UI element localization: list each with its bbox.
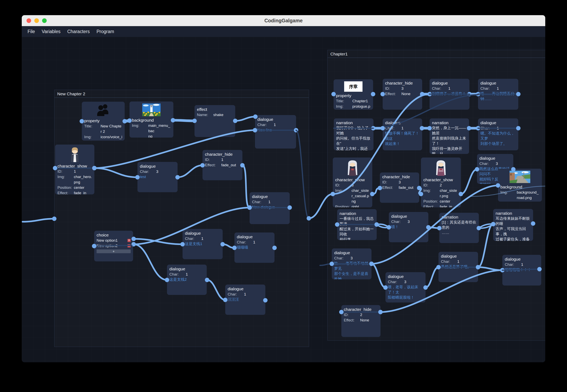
field-value[interactable]: center — [440, 199, 450, 204]
field-value[interactable]: shake — [213, 112, 223, 117]
field-value[interactable]: prologue.png — [352, 104, 371, 110]
field-value[interactable]: 1 — [448, 86, 451, 91]
field-value[interactable]: main_menu_bac ng — [148, 123, 171, 138]
field-value[interactable]: 3 — [407, 219, 410, 224]
node-dialogue[interactable]: dialogueChar:3啧！ — [389, 212, 428, 242]
dialogue-text-link[interactable]: 果然还是算了吧。 — [441, 264, 476, 269]
field-value[interactable]: 2 — [360, 312, 362, 317]
node-dialogue[interactable]: dialogueChar:3test — [137, 162, 177, 192]
field-value[interactable]: 1 — [186, 272, 188, 277]
node-background[interactable]: backgroundImg:background_road.pngTrans:k… — [498, 169, 542, 202]
node-character_hide[interactable]: character_hideID:3Effect:fade_out — [380, 172, 419, 203]
field-value[interactable]: char_sister.png — [440, 188, 458, 199]
field-value[interactable]: background_road.png — [517, 190, 539, 200]
node-property[interactable]: propertyTitle:New Chapter 2Img:icons/voi… — [82, 102, 125, 140]
choice-option-label[interactable]: New option2 — [97, 243, 118, 249]
node-character_hide[interactable]: character_hideID:2Effect:None — [341, 305, 380, 337]
field-value[interactable]: fade_in — [440, 204, 452, 207]
narration-text[interactable]: [1]：其实还是有些在意的 …… — [442, 220, 476, 235]
menu-item-variables[interactable]: Variables — [38, 29, 64, 34]
choice-option-label[interactable]: New option1 — [97, 238, 118, 243]
dialogue-text-link[interactable]: 啧！ — [391, 224, 426, 229]
menu-item-program[interactable]: Program — [93, 29, 117, 34]
dialogue-text-link[interactable]: 这是支线2 — [169, 277, 204, 282]
node-dialogue[interactable]: dialogueChar:1嗯。不知道为什么，又梦 到那个场景了。 — [478, 118, 518, 150]
field-value[interactable]: char_sister_casual.png — [351, 188, 370, 204]
field-value[interactable]: 3 — [404, 279, 407, 284]
node-narration[interactable]: narration[1]：其实还是有些在意的 …… — [439, 213, 479, 243]
field-value[interactable]: 3 — [350, 255, 353, 261]
dialogue-text-link[interactable]: 别瞎猜了，才没有！ — [432, 91, 467, 96]
field-value[interactable]: 1 — [497, 86, 499, 91]
field-value[interactable]: 1 — [221, 157, 223, 162]
field-value[interactable]: center — [74, 185, 84, 190]
field-value[interactable]: 1 — [268, 199, 271, 205]
add-option-button[interactable]: + — [97, 250, 131, 253]
field-value[interactable]: 1 — [457, 259, 459, 264]
field-value[interactable]: Chapter1 — [352, 98, 368, 104]
narration-text[interactable]: 突然，身上一沉——她居 然直接骑到我身上来了！ 我吓得一激灵睁开眼，只 见她抄起… — [432, 126, 467, 154]
group-label[interactable]: Chapter1 — [328, 50, 545, 58]
dialogue-text-link[interactable]: 喂，老哥，该起床了！太 阳都晒屁股啦！ — [388, 284, 423, 300]
field-value[interactable]: 1 — [74, 169, 76, 174]
delete-option-icon[interactable]: ✕ — [128, 244, 131, 247]
node-character_hide[interactable]: character_hideID:3Effect:None — [383, 79, 422, 110]
dialogue-text-link[interactable]: 这是支线1 — [185, 241, 220, 246]
field-value[interactable]: 1 — [274, 122, 276, 127]
node-narration[interactable]: narration一番缠斗过后，我总算清 醒过来，开始和她一同收 拾行李。 — [337, 209, 377, 240]
field-value[interactable]: 1 — [201, 236, 204, 241]
dialogue-text-link[interactable]: 啦啦啦啦！！！ — [505, 267, 539, 272]
field-value[interactable]: 3 — [156, 169, 159, 174]
node-property[interactable]: 序章propertyTitle:Chapter1Img:prologue.png — [334, 79, 373, 110]
field-value[interactable]: 3 — [399, 180, 401, 185]
node-background[interactable]: backgroundImg:main_menu_bac ngTrans:fade — [130, 101, 173, 138]
dialogue-text-link[interactable]: 欸……老哥动不动就梦见 那个女生，是不是喜欢她 啊？ — [334, 261, 369, 279]
node-graph-canvas[interactable]: New Chapter 2Chapter1 propertyTitle:New … — [22, 37, 545, 362]
field-value[interactable]: icons/voice_icon — [101, 134, 122, 140]
node-narration[interactable]: narration我打开OO，输入了对她 的问候。但当手指放在“ 发送”上方时，… — [334, 118, 374, 150]
node-dialogue[interactable]: dialogueChar:1啦啦啦啦！！！ — [502, 255, 541, 285]
node-character_hide[interactable]: character_hideID:1Effect:fade_out — [203, 150, 242, 180]
field-value[interactable]: 2 — [440, 182, 442, 188]
field-value[interactable]: New Chapter 2 — [101, 124, 122, 134]
node-dialogue[interactable]: dialogueChar:1New line — [255, 115, 296, 149]
dialogue-text-link[interactable]: New line — [257, 127, 294, 133]
field-value[interactable]: 1 — [521, 262, 523, 267]
node-dialogue[interactable]: dialogueChar:3欸……老哥动不动就梦见 那个女生，是不是喜欢她 啊？ — [332, 249, 371, 279]
node-dialogue[interactable]: dialogueChar:3喂，老哥，该起床了！太 阳都晒屁股啦！ — [385, 272, 425, 303]
node-dialogue[interactable]: dialogueChar:1汪汪汪 — [225, 284, 265, 315]
node-dialogue[interactable]: dialogueChar:1这是支线2 — [167, 265, 207, 295]
field-value[interactable]: kaleidoscope — [517, 200, 539, 202]
delete-option-icon[interactable]: ✕ — [128, 239, 131, 242]
node-effect[interactable]: effectName:shake — [194, 105, 235, 137]
field-value[interactable]: fade_in — [74, 190, 86, 195]
field-value[interactable]: right — [351, 204, 359, 207]
node-dialogue[interactable]: dialogueChar:1快放手啊！痛死了！我这 就起来！ — [383, 118, 422, 150]
dialogue-text-link[interactable]: 喵喵喵 — [237, 245, 272, 250]
node-dialogue[interactable]: dialogueChar:1别瞎猜了，才没有！ — [430, 79, 469, 110]
menu-item-characters[interactable]: Characters — [64, 29, 93, 34]
narration-text[interactable]: 我打开OO，输入了对她 的问候。但当手指放在“ 发送”上方时，我还是放 弃了 — [336, 126, 371, 150]
node-dialogue[interactable]: dialogueChar:1果然还是算了吧。 — [438, 252, 478, 282]
dialogue-text-link[interactable]: 汪汪汪 — [228, 297, 263, 302]
narration-text[interactable]: 耳边传来妹妹不耐烦的咂 舌声，可我没当回事，拽 过被子蒙住头，准备继续 打使徒。 — [495, 216, 531, 241]
node-choice[interactable]: choiceNew option1✕New option2✕+ — [94, 231, 133, 261]
field-value[interactable]: 3 — [496, 161, 498, 166]
menu-item-file[interactable]: File — [24, 29, 38, 34]
field-value[interactable]: char_hero.png — [74, 174, 92, 185]
narration-text[interactable]: 一番缠斗过后，我总算清 醒过来，开始和她一同收 拾行李。 — [340, 216, 374, 240]
field-value[interactable]: 3 — [351, 182, 354, 188]
group-label[interactable]: New Chapter 2 — [55, 90, 309, 98]
node-dialogue[interactable]: dialogueChar:1喵喵喵 — [234, 233, 275, 263]
field-value[interactable]: 1 — [244, 292, 246, 297]
node-character_show[interactable]: character_showID:1Img:char_hero.pngPosit… — [55, 145, 94, 195]
node-character_show[interactable]: character_showID:2Img:char_sister.pngPos… — [421, 157, 461, 207]
field-value[interactable]: fade_out — [221, 162, 236, 168]
field-value[interactable]: 1 — [497, 126, 499, 131]
node-dialogue[interactable]: dialogueChar:1这是支线1 — [183, 229, 223, 259]
field-value[interactable]: 1 — [401, 126, 404, 131]
field-value[interactable]: fade_out — [399, 185, 413, 190]
dialogue-text-link[interactable]: 唔……再让我睡五分钟…… — [480, 91, 516, 101]
field-value[interactable]: 3 — [401, 86, 404, 91]
dialogue-text-link[interactable]: 嗯。不知道为什么，又梦 到那个场景了。 — [480, 131, 516, 146]
